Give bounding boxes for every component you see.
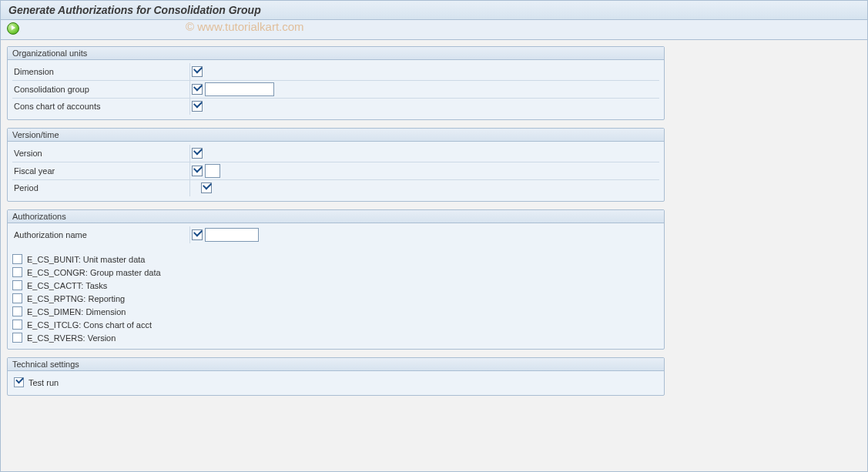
auth-object-checkbox[interactable] xyxy=(12,293,22,303)
auth-object-checkbox[interactable] xyxy=(12,267,22,277)
page-title: Generate Authorizations for Consolidatio… xyxy=(8,4,261,16)
content-area: Organizational units Dimension Consolida… xyxy=(1,40,671,410)
auth-object-checkbox[interactable] xyxy=(12,333,22,343)
dimension-label: Dimension xyxy=(14,67,54,76)
list-item: E_CS_BUNIT: Unit master data xyxy=(12,253,659,266)
group-technical-settings: Technical settings Test run xyxy=(7,357,665,396)
period-label: Period xyxy=(14,183,39,192)
list-item: E_CS_ITCLG: Cons chart of acct xyxy=(12,318,659,331)
auth-object-checkbox[interactable] xyxy=(12,254,22,264)
cons-chart-checkbox[interactable] xyxy=(192,101,203,112)
list-item: E_CS_RVERS: Version xyxy=(12,331,659,344)
auth-object-checkbox[interactable] xyxy=(12,320,22,330)
list-item: E_CS_DIMEN: Dimension xyxy=(12,305,659,318)
auth-object-label: E_CS_CACTT: Tasks xyxy=(27,281,107,290)
consolidation-group-input[interactable] xyxy=(205,82,274,96)
fiscal-year-input[interactable] xyxy=(205,164,220,178)
authorization-name-label: Authorization name xyxy=(14,230,87,239)
dimension-checkbox[interactable] xyxy=(192,66,203,77)
group-header: Organizational units xyxy=(8,47,664,60)
watermark-text: © www.tutorialkart.com xyxy=(186,20,304,33)
auth-object-label: E_CS_RPTNG: Reporting xyxy=(27,294,125,303)
authorization-objects-list: E_CS_BUNIT: Unit master data E_CS_CONGR:… xyxy=(12,253,659,344)
title-bar: Generate Authorizations for Consolidatio… xyxy=(1,1,867,20)
auth-object-label: E_CS_ITCLG: Cons chart of acct xyxy=(27,320,152,330)
group-header: Version/time xyxy=(8,129,664,142)
authorization-name-input[interactable] xyxy=(205,228,259,242)
consolidation-group-label: Consolidation group xyxy=(14,85,89,94)
auth-object-label: E_CS_RVERS: Version xyxy=(27,333,116,343)
version-checkbox[interactable] xyxy=(192,148,203,159)
list-item: E_CS_CACTT: Tasks xyxy=(12,279,659,292)
test-run-label: Test run xyxy=(28,378,59,387)
list-item: E_CS_CONGR: Group master data xyxy=(12,266,659,279)
auth-object-checkbox[interactable] xyxy=(12,280,22,290)
auth-object-label: E_CS_DIMEN: Dimension xyxy=(27,307,126,316)
toolbar: © www.tutorialkart.com xyxy=(1,20,867,40)
authorization-name-checkbox[interactable] xyxy=(192,229,203,240)
auth-object-label: E_CS_BUNIT: Unit master data xyxy=(27,255,145,264)
group-organizational-units: Organizational units Dimension Consolida… xyxy=(7,46,665,120)
group-header: Authorizations xyxy=(8,210,664,223)
period-checkbox[interactable] xyxy=(201,182,212,193)
group-version-time: Version/time Version Fiscal year Period xyxy=(7,128,665,202)
group-header: Technical settings xyxy=(8,358,664,371)
consolidation-group-checkbox[interactable] xyxy=(192,84,203,95)
auth-object-label: E_CS_CONGR: Group master data xyxy=(27,268,161,277)
version-label: Version xyxy=(14,149,42,158)
cons-chart-label: Cons chart of accounts xyxy=(14,102,101,111)
list-item: E_CS_RPTNG: Reporting xyxy=(12,292,659,305)
app-window: Generate Authorizations for Consolidatio… xyxy=(0,0,868,472)
test-run-checkbox[interactable] xyxy=(14,377,24,387)
fiscal-year-label: Fiscal year xyxy=(14,166,55,176)
group-authorizations: Authorizations Authorization name E_CS_B… xyxy=(7,209,665,350)
fiscal-year-checkbox[interactable] xyxy=(192,166,203,176)
execute-icon[interactable] xyxy=(7,22,19,35)
auth-object-checkbox[interactable] xyxy=(12,306,22,316)
